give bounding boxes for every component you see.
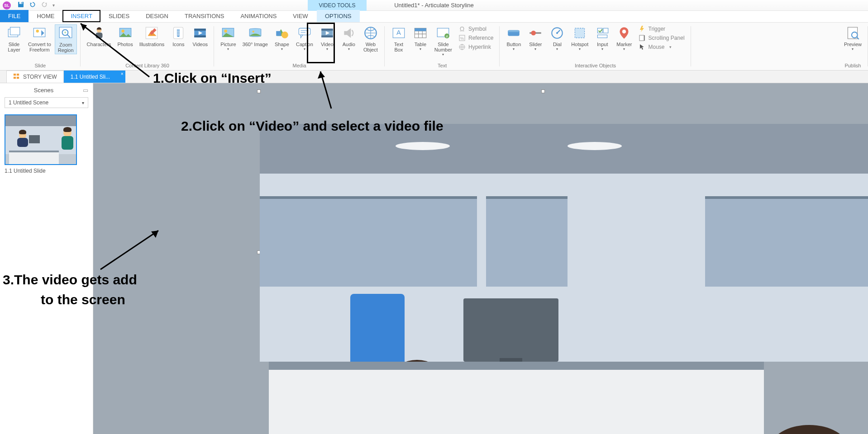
characters-icon xyxy=(91,25,107,41)
button-button[interactable]: Button ▾ xyxy=(503,24,524,52)
scenes-panel: Scenes ▭ 1 Untitled Scene ▾ 1.1 Untitled… xyxy=(0,83,93,434)
marker-button[interactable]: Marker ▾ xyxy=(614,24,634,52)
audio-icon xyxy=(341,25,357,41)
chevron-down-icon: ▾ xyxy=(579,47,581,51)
tab-animations[interactable]: ANIMATIONS xyxy=(232,10,285,22)
video-tools-contextual-tab[interactable]: VIDEO TOOLS xyxy=(308,0,367,11)
input-button[interactable]: Input ▾ xyxy=(592,24,613,52)
slider-button[interactable]: Slider ▾ xyxy=(525,24,546,52)
input-icon xyxy=(595,25,610,41)
convert-freeform-icon xyxy=(32,25,47,41)
icons-icon xyxy=(171,25,186,41)
ribbon-group-slide: Slide Layer Convert to Freeform + Zoom R… xyxy=(0,23,81,70)
video-button[interactable]: Video ▾ xyxy=(317,24,338,52)
scenes-panel-title: Scenes xyxy=(34,87,53,94)
slide-number-button[interactable]: # Slide Number ▾ xyxy=(432,24,455,57)
svg-text:Ω: Ω xyxy=(460,25,464,33)
slide-thumbnail[interactable] xyxy=(5,114,77,165)
text-box-icon: A xyxy=(391,25,406,41)
selection-handle[interactable] xyxy=(257,90,261,93)
close-tab-icon[interactable]: × xyxy=(121,71,124,76)
tab-slides[interactable]: SLIDES xyxy=(100,10,138,22)
tab-file[interactable]: FILE xyxy=(0,10,29,22)
ribbon-tabs: FILE HOME INSERT SLIDES DESIGN TRANSITIO… xyxy=(0,11,868,23)
story-view-tab[interactable]: STORY VIEW xyxy=(6,71,64,83)
svg-text:A: A xyxy=(396,29,401,36)
ribbon-group-publish: Preview ▾ Publish xyxy=(838,23,868,70)
workspace: Scenes ▭ 1 Untitled Scene ▾ 1.1 Untitled… xyxy=(0,83,868,434)
inserted-video-object[interactable] xyxy=(260,124,868,434)
scene-selector[interactable]: 1 Untitled Scene ▾ xyxy=(5,97,88,108)
thumbnail-label: 1.1 Untitled Slide xyxy=(5,168,88,174)
trigger-button[interactable]: Trigger xyxy=(639,25,685,33)
redo-icon[interactable] xyxy=(41,1,48,9)
text-box-button[interactable]: A Text Box xyxy=(388,24,409,53)
svg-point-22 xyxy=(252,31,254,33)
convert-freeform-button[interactable]: Convert to Freeform xyxy=(25,24,54,53)
chevron-down-icon: ▾ xyxy=(513,47,515,51)
symbol-icon: Ω xyxy=(458,25,466,33)
svg-rect-4 xyxy=(10,27,20,35)
chevron-down-icon: ▾ xyxy=(420,47,421,51)
tab-options[interactable]: OPTIONS xyxy=(317,10,360,22)
dial-button[interactable]: Dial ▾ xyxy=(547,24,568,52)
chevron-down-icon: ▾ xyxy=(442,52,444,57)
quick-access-toolbar: ▾ xyxy=(17,1,55,9)
tab-insert[interactable]: INSERT xyxy=(62,10,100,22)
scrolling-panel-button[interactable]: Scrolling Panel xyxy=(639,34,685,42)
characters-button[interactable]: Characters xyxy=(84,24,114,48)
chevron-down-icon: ▾ xyxy=(82,100,84,105)
shape-icon xyxy=(274,25,290,41)
symbol-button[interactable]: ΩSymbol xyxy=(458,25,493,33)
videos-icon xyxy=(192,25,208,41)
slide-layer-button[interactable]: Slide Layer xyxy=(4,24,24,53)
tab-design[interactable]: DESIGN xyxy=(138,10,176,22)
photos-button[interactable]: Photos xyxy=(114,24,135,48)
tab-view[interactable]: VIEW xyxy=(285,10,316,22)
save-icon[interactable] xyxy=(17,1,24,9)
mouse-button[interactable]: Mouse▾ xyxy=(639,43,685,51)
360-image-icon xyxy=(248,25,263,41)
panel-options-icon[interactable]: ▭ xyxy=(83,87,88,94)
selection-handle[interactable] xyxy=(541,90,545,93)
ribbon: Slide Layer Convert to Freeform + Zoom R… xyxy=(0,23,868,71)
preview-button[interactable]: Preview ▾ xyxy=(841,24,864,52)
qat-dropdown-icon[interactable]: ▾ xyxy=(52,3,55,8)
svg-point-21 xyxy=(224,30,227,33)
slide-tab[interactable]: 1.1 Untitled Sli... × xyxy=(64,71,125,83)
tab-home[interactable]: HOME xyxy=(29,10,62,22)
button-icon xyxy=(506,25,521,41)
table-icon xyxy=(413,25,428,41)
reference-button[interactable]: %Reference xyxy=(458,34,493,42)
web-object-button[interactable]: Web Object xyxy=(360,24,381,53)
mouse-icon xyxy=(639,43,646,51)
svg-rect-1 xyxy=(19,2,23,4)
audio-button[interactable]: Audio ▾ xyxy=(339,24,359,52)
undo-icon[interactable] xyxy=(29,1,36,9)
svg-rect-51 xyxy=(598,35,607,38)
videos-button[interactable]: Videos xyxy=(190,24,210,48)
svg-rect-60 xyxy=(14,76,16,78)
chevron-down-icon: ▾ xyxy=(281,47,283,51)
icons-button[interactable]: Icons xyxy=(168,24,189,48)
zoom-region-button[interactable]: + Zoom Region xyxy=(55,24,77,54)
svg-rect-25 xyxy=(299,28,310,35)
svg-rect-18 xyxy=(195,28,206,30)
svg-point-23 xyxy=(281,32,288,38)
svg-rect-28 xyxy=(321,35,333,37)
illustrations-button[interactable]: Illustrations xyxy=(137,24,167,48)
svg-rect-12 xyxy=(95,33,102,38)
hotspot-button[interactable]: Hotspot ▾ xyxy=(568,24,591,52)
group-label-publish: Publish xyxy=(841,63,864,69)
caption-button[interactable]: Caption ▾ xyxy=(293,24,316,52)
tab-transitions[interactable]: TRANSITIONS xyxy=(176,10,232,22)
360-image-button[interactable]: 360° Image xyxy=(240,24,271,48)
table-button[interactable]: Table ▾ xyxy=(410,24,431,52)
picture-button[interactable]: Picture ▾ xyxy=(218,24,238,52)
slide-canvas-area[interactable] xyxy=(93,83,868,434)
svg-rect-58 xyxy=(14,73,16,75)
shape-button[interactable]: Shape ▾ xyxy=(272,24,292,52)
trigger-icon xyxy=(639,25,646,33)
hyperlink-button[interactable]: Hyperlink xyxy=(458,43,493,51)
ribbon-group-media: Picture ▾ 360° Image Shape ▾ Caption ▾ V… xyxy=(214,23,385,70)
